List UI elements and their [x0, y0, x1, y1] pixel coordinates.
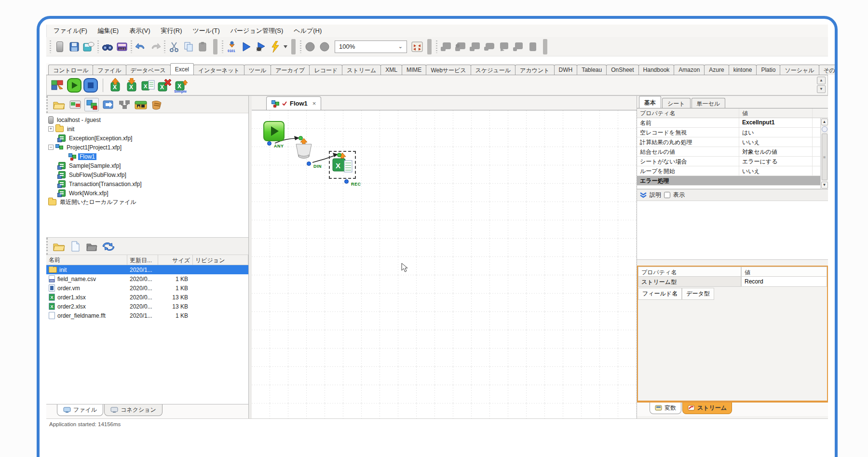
- tab-webservice[interactable]: Webサービス: [426, 65, 471, 75]
- mapper-table-icon[interactable]: 1 2 3: [115, 40, 129, 54]
- stamp-tool-icon[interactable]: [439, 40, 453, 54]
- property-section-error-handling[interactable]: エラー処理: [637, 176, 828, 186]
- file-row-order1-xlsx[interactable]: order1.xlsx 2020/0... 13 KB: [46, 293, 248, 302]
- redo-icon[interactable]: [148, 40, 163, 54]
- palette-scroll-down-icon[interactable]: ▼: [817, 85, 826, 93]
- palette-end-icon[interactable]: [82, 78, 99, 93]
- tab-file[interactable]: ファイル: [93, 65, 126, 75]
- toolbar-grip[interactable]: [222, 40, 223, 53]
- column-data-type[interactable]: データ型: [682, 288, 714, 300]
- palette-mapper-icon[interactable]: [50, 78, 66, 93]
- tab-account[interactable]: アカウント: [515, 65, 554, 75]
- file-read-node[interactable]: [292, 138, 315, 161]
- tab-social[interactable]: ソーシャル: [780, 65, 819, 75]
- tab-internet[interactable]: インターネット: [193, 65, 244, 75]
- tab-excel[interactable]: Excel: [170, 63, 194, 75]
- open-folder-icon[interactable]: [52, 98, 66, 111]
- start-node[interactable]: [263, 121, 285, 141]
- tab-single-cell[interactable]: 単一セル: [692, 98, 726, 108]
- flow-canvas[interactable]: ANY DIN X REC: [252, 110, 637, 418]
- stamp-tool-icon[interactable]: [497, 40, 511, 54]
- tab-variables[interactable]: 変数: [650, 403, 681, 414]
- toolbar-grip[interactable]: [164, 40, 165, 53]
- flow1-tab[interactable]: Flow1 ×: [266, 96, 321, 110]
- fit-to-window-icon[interactable]: [410, 40, 424, 54]
- new-script-icon[interactable]: [101, 98, 115, 111]
- tab-archive[interactable]: アーカイブ: [271, 65, 310, 75]
- paste-icon[interactable]: [196, 40, 210, 54]
- tree-item-server[interactable]: localhost - /guest: [48, 115, 248, 124]
- tab-record[interactable]: レコード: [309, 65, 342, 75]
- tab-azure[interactable]: Azure: [704, 65, 729, 75]
- refresh-icon[interactable]: [101, 240, 115, 253]
- excel-input-port[interactable]: [337, 153, 341, 157]
- tab-stream[interactable]: ストリーム: [342, 65, 381, 75]
- menu-run[interactable]: 実行(R): [156, 25, 187, 37]
- recycle-cart-icon[interactable]: [150, 98, 164, 111]
- toolbar-separator[interactable]: [291, 39, 296, 54]
- palette-excel-read-icon[interactable]: X: [107, 78, 123, 93]
- toolbar-separator[interactable]: [427, 39, 432, 54]
- menu-version-control[interactable]: バージョン管理(S): [226, 25, 288, 37]
- tab-schedule[interactable]: スケジュール: [471, 65, 515, 75]
- tab-tools[interactable]: ツール: [244, 65, 271, 75]
- stamp-tool-icon[interactable]: [526, 40, 540, 54]
- stamp-tool-icon[interactable]: [511, 40, 526, 54]
- tree-item-recent-local-files[interactable]: 最近開いたローカルファイル: [48, 198, 248, 207]
- save-icon[interactable]: [67, 40, 81, 54]
- property-scrollbar[interactable]: ▲ ≡ ▼: [820, 118, 828, 189]
- property-row-merged-cell[interactable]: 結合セルの値 対象セルの値: [637, 147, 828, 157]
- new-file-icon[interactable]: [68, 240, 82, 253]
- tree-item-transaction[interactable]: Transaction[Transaction.xfp]: [48, 179, 248, 188]
- tab-basic[interactable]: 基本: [639, 96, 661, 108]
- expand-icon[interactable]: +: [48, 126, 54, 132]
- tab-mime[interactable]: MIME: [402, 65, 426, 75]
- scroll-knob[interactable]: [822, 126, 827, 132]
- stamp-tool-icon[interactable]: [453, 40, 468, 54]
- column-modified[interactable]: 更新日...: [127, 255, 158, 265]
- property-row-start-loop[interactable]: ループを開始 いいえ: [637, 166, 828, 176]
- debug-run-icon[interactable]: [254, 40, 268, 54]
- show-description-checkbox[interactable]: [664, 192, 670, 198]
- tab-dwh[interactable]: DWH: [554, 65, 578, 75]
- tab-files[interactable]: ファイル: [57, 404, 103, 416]
- copy-icon[interactable]: [181, 40, 196, 54]
- test-run-icon[interactable]: 0101: [225, 40, 239, 54]
- toolbar-grip[interactable]: [436, 40, 437, 53]
- toolbar-grip[interactable]: [300, 40, 301, 53]
- scroll-up-icon[interactable]: ▲: [821, 119, 828, 125]
- quick-run-icon[interactable]: [268, 40, 283, 54]
- tab-platio[interactable]: Platio: [756, 65, 780, 75]
- file-row-order2-xlsx[interactable]: order2.xlsx 2020/0... 13 KB: [46, 302, 248, 311]
- file-row-field-name-csv[interactable]: field_name.csv 2020/0... 1 KB: [46, 274, 248, 283]
- tab-stream[interactable]: ストリーム: [682, 403, 732, 414]
- column-revision[interactable]: リビジョン: [193, 255, 248, 265]
- stream-type-row[interactable]: ストリーム型 Record: [638, 277, 827, 287]
- start-output-port[interactable]: [267, 141, 271, 146]
- menu-edit[interactable]: 編集(E): [93, 25, 123, 37]
- toolbar-grip[interactable]: [97, 40, 99, 53]
- column-size[interactable]: サイズ: [158, 255, 193, 265]
- tree-item-flow1[interactable]: Flow1: [48, 152, 248, 161]
- tab-sheet[interactable]: シート: [662, 98, 691, 108]
- collapse-icon[interactable]: −: [48, 145, 54, 150]
- undo-icon[interactable]: [134, 40, 148, 54]
- toolbar-separator[interactable]: [543, 39, 547, 54]
- tab-kintone[interactable]: kintone: [729, 65, 757, 75]
- column-name[interactable]: 名前: [46, 255, 127, 265]
- tab-other[interactable]: その他: [819, 65, 838, 75]
- chevrons-down-icon[interactable]: [640, 192, 647, 198]
- tab-handbook[interactable]: Handbook: [638, 65, 675, 75]
- tab-control[interactable]: コントロール: [48, 65, 93, 75]
- tab-connections[interactable]: コネクション: [104, 404, 163, 416]
- field-table-body[interactable]: [638, 300, 827, 401]
- tree-item-work[interactable]: Work[Work.xfp]: [48, 188, 248, 198]
- toolbar-grip[interactable]: [50, 40, 51, 53]
- property-row-missing-sheet[interactable]: シートがない場合 エラーにする: [637, 157, 828, 166]
- palette-excel-simple-icon[interactable]: X Simple: [173, 78, 189, 93]
- tab-onsheet[interactable]: OnSheet: [606, 65, 638, 75]
- menu-help[interactable]: ヘルプ(H): [289, 25, 326, 37]
- hierarchy-icon[interactable]: [117, 98, 132, 111]
- new-project-icon[interactable]: [68, 98, 82, 111]
- tab-amazon[interactable]: Amazon: [674, 65, 705, 75]
